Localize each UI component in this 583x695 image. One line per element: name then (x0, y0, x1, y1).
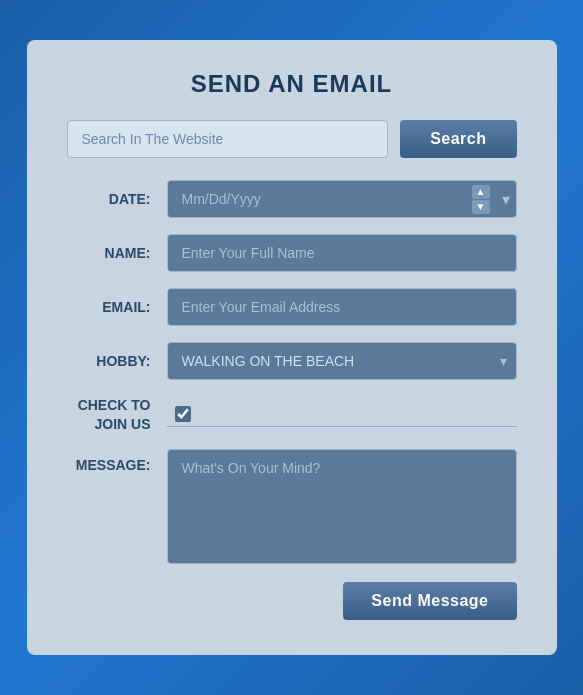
hobby-select[interactable]: WALKING ON THE BEACH READING COOKING GAM… (167, 342, 517, 380)
date-wrapper: ▲ ▼ ▾ (167, 180, 517, 218)
search-input[interactable] (67, 120, 389, 158)
send-row: Send Message (67, 582, 517, 620)
email-row: EMAIL: (67, 288, 517, 326)
checkbox-underline (167, 402, 517, 427)
date-icons: ▲ ▼ (466, 185, 496, 214)
join-checkbox[interactable] (175, 406, 191, 422)
date-row: DATE: ▲ ▼ ▾ (67, 180, 517, 218)
name-label: NAME: (67, 245, 167, 261)
checkbox-row: CHECK TO JOIN US (67, 396, 517, 432)
email-input[interactable] (167, 288, 517, 326)
main-card: SEND AN EMAIL Search DATE: ▲ ▼ ▾ NAME: E… (27, 40, 557, 654)
date-up-icon[interactable]: ▲ (472, 185, 490, 199)
message-textarea[interactable] (167, 449, 517, 564)
email-label: EMAIL: (67, 299, 167, 315)
date-label: DATE: (67, 191, 167, 207)
check-label: CHECK TO JOIN US (67, 396, 167, 432)
date-input[interactable] (168, 181, 466, 217)
date-down-icon[interactable]: ▼ (472, 200, 490, 214)
message-row: MESSAGE: (67, 449, 517, 564)
name-row: NAME: (67, 234, 517, 272)
name-input[interactable] (167, 234, 517, 272)
date-dropdown-icon[interactable]: ▾ (496, 190, 516, 209)
hobby-wrapper: WALKING ON THE BEACH READING COOKING GAM… (167, 342, 517, 380)
search-row: Search (67, 120, 517, 158)
send-button[interactable]: Send Message (343, 582, 516, 620)
hobby-row: HOBBY: WALKING ON THE BEACH READING COOK… (67, 342, 517, 380)
checkbox-area (167, 402, 517, 427)
message-label: MESSAGE: (67, 449, 167, 473)
hobby-label: HOBBY: (67, 353, 167, 369)
page-title: SEND AN EMAIL (67, 70, 517, 98)
search-button[interactable]: Search (400, 120, 516, 158)
